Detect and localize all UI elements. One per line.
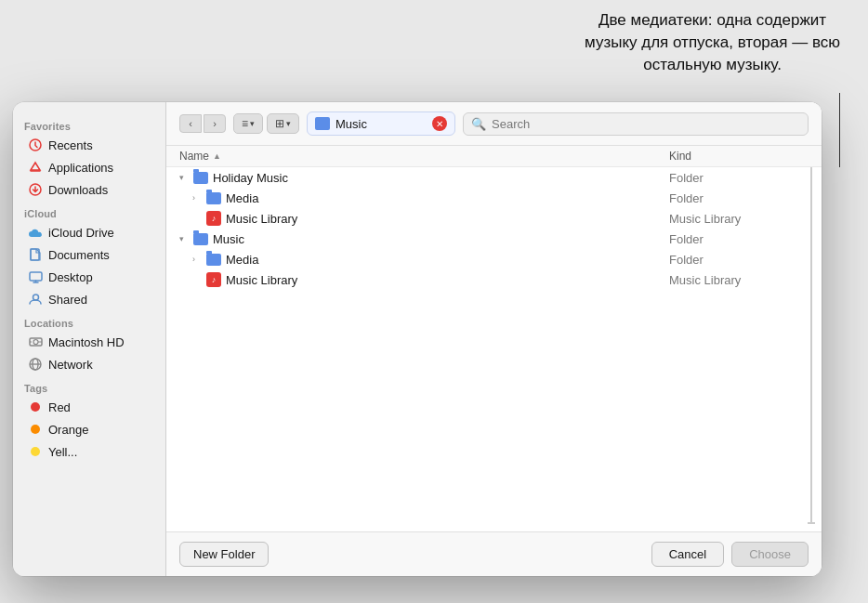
expand-chevron-icon: › [192,255,202,264]
location-clear-button[interactable]: ✕ [432,116,447,131]
icloud-header: iCloud [13,201,165,221]
cancel-button[interactable]: Cancel [651,542,724,567]
tag-orange-label: Orange [48,423,88,437]
applications-icon [28,160,43,175]
file-row-name: › Media [192,191,669,205]
search-bar[interactable]: 🔍 [463,112,809,136]
sidebar-item-macintosh[interactable]: Macintosh HD [17,331,162,353]
shared-label: Shared [48,293,87,307]
tag-yellow-label: Yell... [48,445,77,459]
icloud-drive-icon [28,225,43,240]
file-list-header: Name ▲ Kind [166,146,822,167]
file-row-name: Music Library [192,211,669,226]
back-button[interactable]: ‹ [179,114,202,133]
icloud-drive-label: iCloud Drive [48,226,114,240]
search-input[interactable] [492,117,800,131]
sidebar-item-applications[interactable]: Applications [17,156,162,178]
file-row-name: › Media [192,253,669,267]
sidebar-item-tag-orange[interactable]: Orange [17,418,162,440]
grid-view-button[interactable]: ⊞ ▾ [267,113,299,134]
expand-chevron-icon: › [192,193,202,203]
location-bar[interactable]: Music ✕ [307,111,455,136]
music-library-icon [206,272,221,287]
recents-icon [28,138,43,152]
col-kind-label: Kind [669,150,691,163]
forward-button[interactable]: › [204,114,226,133]
sidebar-item-downloads[interactable]: Downloads [17,178,162,201]
search-icon: 🔍 [471,117,486,131]
table-row[interactable]: ▾ Holiday Music Folder [166,167,822,188]
column-name-header[interactable]: Name ▲ [179,150,669,163]
locations-header: Locations [13,310,165,331]
desktop-icon [28,269,43,284]
macintosh-icon [28,334,43,349]
sidebar: Favorites Recents Applications [13,102,166,576]
tags-header: Tags [13,375,165,396]
sidebar-item-shared[interactable]: Shared [17,288,162,310]
sidebar-item-documents[interactable]: Documents [17,243,162,266]
bottom-bar: New Folder Cancel Choose [166,531,822,576]
col-name-label: Name [179,150,209,163]
annotation-line1: Две медиатеки: одна содержит [598,11,826,29]
annotation-connector-line [839,93,840,167]
expand-chevron-icon: ▾ [179,173,189,182]
open-dialog: Favorites Recents Applications [13,102,822,576]
table-row[interactable]: › Media Folder [166,249,822,269]
shared-icon [28,292,43,307]
sidebar-item-desktop[interactable]: Desktop [17,266,162,288]
file-list: Name ▲ Kind ▾ Holiday Music Folder [166,146,822,531]
network-label: Network [48,358,93,372]
new-folder-button[interactable]: New Folder [179,542,269,567]
file-kind: Music Library [669,212,809,226]
macintosh-label: Macintosh HD [48,335,125,349]
file-name: Holiday Music [213,171,288,185]
svg-rect-3 [30,272,42,281]
sidebar-item-tag-yellow[interactable]: Yell... [17,440,162,463]
tag-orange-icon [28,422,43,437]
network-icon [28,357,43,372]
sort-arrow-icon: ▲ [213,151,221,161]
file-row-name: ▾ Holiday Music [179,171,669,185]
table-row[interactable]: Music Library Music Library [166,269,822,290]
applications-label: Applications [48,161,113,175]
table-row[interactable]: › Media Folder [166,188,822,208]
recents-label: Recents [48,138,93,152]
documents-icon [28,247,43,262]
tag-red-label: Red [48,400,71,414]
annotation-text: Две медиатеки: одна содержит музыку для … [585,9,840,75]
sidebar-item-tag-red[interactable]: Red [17,396,162,418]
column-kind-header: Kind [669,150,809,163]
tag-red-icon [28,400,43,414]
choose-button[interactable]: Choose [731,542,809,567]
tag-yellow-icon [28,444,43,459]
documents-label: Documents [48,248,110,262]
annotation-line2: музыку для отпуска, вторая — всю [585,33,840,51]
expand-chevron-icon: ▾ [179,234,189,243]
file-kind: Music Library [669,273,809,287]
file-name: Media [226,253,258,267]
downloads-label: Downloads [48,183,108,197]
view-buttons: ≡ ▾ ⊞ ▾ [233,113,299,134]
music-library-icon [206,211,221,226]
file-row-name: ▾ Music [179,232,669,246]
location-folder-icon [315,117,330,130]
sidebar-item-icloud-drive[interactable]: iCloud Drive [17,221,162,243]
grid-view-chevron: ▾ [286,119,291,128]
file-kind: Folder [669,253,809,267]
toolbar: ‹ › ≡ ▾ ⊞ ▾ Music ✕ [166,102,822,146]
annotation-line3: остальную музыку. [643,56,782,73]
file-name: Media [226,191,258,205]
table-row[interactable]: ▾ Music Folder [166,229,822,249]
grid-view-icon: ⊞ [275,117,284,130]
list-view-chevron: ▾ [250,119,255,128]
svg-point-6 [33,340,38,345]
table-row[interactable]: Music Library Music Library [166,208,822,229]
nav-buttons: ‹ › [179,114,226,133]
sidebar-item-recents[interactable]: Recents [17,134,162,156]
file-name: Music Library [226,273,297,287]
file-kind: Folder [669,232,809,246]
favorites-header: Favorites [13,113,165,134]
sidebar-item-network[interactable]: Network [17,353,162,375]
list-view-icon: ≡ [242,117,248,130]
list-view-button[interactable]: ≡ ▾ [233,113,263,134]
